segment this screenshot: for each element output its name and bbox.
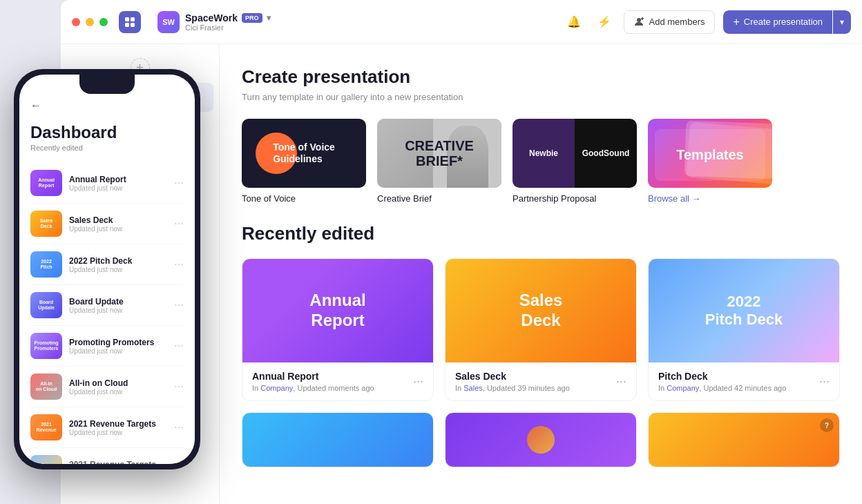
dashboard-icon (77, 90, 90, 105)
create-section-subtitle: Turn any template in our gallery into a … (242, 92, 840, 102)
partial-card-2[interactable] (445, 412, 637, 467)
window-controls (72, 18, 108, 26)
top-bar: SW SpaceWork PRO ▾ Cici Frasier 🔔 ⚡ Add … (61, 0, 862, 44)
recently-edited-title: Recently edited (242, 223, 840, 244)
workspace-text: SpaceWork PRO ▾ Cici Frasier (185, 12, 271, 32)
template-partnership-label: Partnership Proposal (513, 193, 637, 204)
sales-more-icon[interactable]: ··· (616, 374, 626, 389)
phone-thumb-board: BoardUpdate (30, 292, 62, 318)
main-content: + Dashboard + + Create p (61, 44, 862, 504)
phone-thumb-pitch: 2022Pitch (30, 251, 62, 278)
sales-thumb: SalesDeck (446, 259, 636, 362)
template-partnership[interactable]: Newbie GoodSound Partnership Proposal (513, 119, 637, 204)
pitch-meta: In Company, Updated 42 minutes ago (658, 384, 819, 392)
content-panel: Create presentation Turn any template in… (220, 44, 862, 504)
templates-text: Templates (676, 147, 743, 163)
add-members-button[interactable]: Add members (624, 10, 716, 34)
sales-info: Sales Deck In Sales, Updated 39 minutes … (446, 362, 636, 400)
create-more-button[interactable]: ▾ (833, 10, 851, 34)
svg-rect-2 (125, 23, 129, 27)
partnership-right: GoodSound (575, 119, 637, 188)
sales-category-link[interactable]: Sales (463, 384, 483, 392)
annual-text: Annual Report In Company, Updated moment… (252, 371, 413, 392)
svg-rect-8 (84, 90, 89, 95)
annual-thumb-text: AnnualReport (242, 259, 433, 362)
pitch-text: Pitch Deck In Company, Updated 42 minute… (658, 371, 819, 392)
app-grid-icon[interactable] (119, 11, 141, 33)
svg-rect-3 (131, 23, 135, 27)
svg-rect-0 (125, 17, 129, 21)
tone-text: Tone of VoiceGuidelines (273, 142, 335, 165)
chevron-down-icon: ▾ (267, 13, 271, 23)
pitch-thumb: 2022Pitch Deck (649, 259, 839, 362)
partial-card-1[interactable] (242, 412, 434, 467)
pro-badge: PRO (242, 13, 262, 23)
sales-text: Sales Deck In Sales, Updated 39 minutes … (455, 371, 616, 392)
template-creative-thumb: CREATIVEBRIEF* (377, 119, 501, 188)
create-presentation-button[interactable]: + Create presentation (723, 10, 832, 34)
partial-card-3[interactable]: ? (648, 412, 840, 467)
annual-info: Annual Report In Company, Updated moment… (242, 362, 433, 400)
close-dot[interactable] (72, 18, 80, 26)
partnership-inner: Newbie GoodSound (513, 119, 637, 188)
notification-button[interactable]: 🔔 (563, 11, 585, 33)
browse-all-link[interactable]: Browse all → (648, 193, 772, 204)
pitch-category-link[interactable]: Company (667, 384, 699, 392)
pitch-info: Pitch Deck In Company, Updated 42 minute… (649, 362, 839, 400)
svg-rect-9 (78, 97, 83, 101)
annual-name: Annual Report (252, 371, 413, 382)
create-presentation-group: + Create presentation ▾ (723, 10, 851, 34)
sales-meta: In Sales, Updated 39 minutes ago (455, 384, 616, 392)
svg-point-4 (637, 18, 641, 22)
recent-bottom-row: ? (242, 412, 840, 467)
phone-thumb-annual: AnnualReport (30, 170, 62, 196)
annual-meta: In Company, Updated moments ago (252, 384, 413, 392)
sidebar: + Dashboard + + (61, 44, 220, 504)
lightning-button[interactable]: ⚡ (593, 11, 615, 33)
template-all[interactable]: Templates Browse all → (648, 119, 772, 204)
top-bar-actions: 🔔 ⚡ Add members + Create presentation ▾ (563, 10, 851, 34)
template-all-thumb: Templates (648, 119, 772, 188)
templates-row: Tone of VoiceGuidelines Tone of Voice (242, 119, 840, 204)
svg-rect-1 (131, 17, 135, 21)
pitch-name: Pitch Deck (658, 371, 819, 382)
template-tone-of-voice[interactable]: Tone of VoiceGuidelines Tone of Voice (242, 119, 366, 204)
annual-more-icon[interactable]: ··· (413, 374, 423, 389)
phone-thumb-allin: All-inon Cloud (30, 374, 62, 400)
workspace-name[interactable]: SpaceWork PRO ▾ (185, 12, 271, 23)
pitch-more-icon[interactable]: ··· (819, 374, 830, 389)
template-creative-label: Creative Brief (377, 193, 501, 204)
svg-rect-10 (84, 97, 89, 101)
annual-category-link[interactable]: Company (260, 384, 293, 392)
app-window: SW SpaceWork PRO ▾ Cici Frasier 🔔 ⚡ Add … (61, 0, 862, 504)
maximize-dot[interactable] (99, 18, 108, 26)
sales-name: Sales Deck (455, 371, 616, 382)
workspace-user: Cici Frasier (185, 23, 271, 32)
phone-thumb-sales: SalesDeck (30, 211, 62, 237)
recent-card-annual[interactable]: AnnualReport Annual Report In Company, U… (242, 258, 434, 401)
partnership-left: Newbie (513, 119, 575, 188)
phone-thumb-revenue: 2021Revenue (30, 414, 62, 440)
sales-thumb-text: SalesDeck (446, 259, 636, 362)
phone-thumb-promoting: PromotingPromoters (30, 333, 62, 359)
recent-grid: AnnualReport Annual Report In Company, U… (242, 258, 840, 401)
annual-thumb: AnnualReport (242, 259, 433, 362)
phone-thumb-typo: TypoGuide (30, 455, 62, 464)
sidebar-item-label: Dashboard (97, 92, 144, 103)
sidebar-section-add-1[interactable]: + (131, 123, 150, 142)
template-tone-label: Tone of Voice (242, 193, 366, 204)
sidebar-item-dashboard[interactable]: Dashboard (66, 83, 213, 112)
sidebar-section-add-2[interactable]: + (131, 153, 150, 173)
svg-rect-7 (78, 90, 83, 95)
creative-text: CREATIVEBRIEF* (405, 138, 474, 168)
minimize-dot[interactable] (86, 18, 94, 26)
template-tone-thumb: Tone of VoiceGuidelines (242, 119, 366, 188)
template-creative-brief[interactable]: CREATIVEBRIEF* Creative Brief (377, 119, 501, 204)
recent-card-sales[interactable]: SalesDeck Sales Deck In Sales, Updated 3… (445, 258, 637, 401)
create-section-title: Create presentation (242, 66, 840, 88)
workspace-info: SW SpaceWork PRO ▾ Cici Frasier (157, 11, 563, 33)
template-partnership-thumb: Newbie GoodSound (513, 119, 637, 188)
workspace-avatar: SW (157, 11, 180, 33)
recent-card-pitch[interactable]: 2022Pitch Deck Pitch Deck In Company, Up… (648, 258, 840, 401)
sidebar-add-button[interactable]: + (131, 58, 150, 77)
